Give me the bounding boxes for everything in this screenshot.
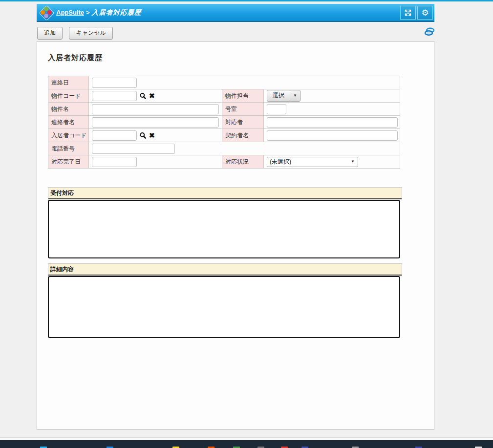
phone-input[interactable]	[92, 144, 175, 154]
cancel-button[interactable]: キャンセル	[69, 27, 112, 40]
select-button-label: 選択	[267, 90, 290, 101]
add-button[interactable]: 追加	[37, 27, 63, 40]
appsuite-logo-icon[interactable]	[39, 5, 53, 20]
field-label-contractor-name: 契約者名	[222, 129, 264, 142]
field-row: 連絡日	[48, 76, 400, 89]
link-rings-icon[interactable]	[424, 27, 435, 36]
fullscreen-button[interactable]	[400, 6, 416, 20]
status-selected-option: (未選択)	[270, 158, 291, 166]
resident-code-search-icon[interactable]	[139, 132, 147, 139]
field-label-room-no: 号室	[222, 103, 264, 116]
contractor-name-input[interactable]	[267, 130, 398, 141]
form-title: 入居者対応履歴	[48, 53, 423, 63]
contact-date-input[interactable]	[92, 78, 137, 88]
section-header-reception: 受付対応	[48, 187, 402, 199]
field-label-responder: 対応者	[222, 116, 264, 129]
field-label-phone: 電話番号	[48, 142, 89, 155]
property-staff-select-button[interactable]: 選択 ▼	[267, 90, 300, 102]
appsuite-home-link[interactable]: AppSuite	[56, 9, 84, 16]
form-panel: 入居者対応履歴 連絡日 物件コード ✖ 物件担当 選択 ▼	[37, 41, 434, 430]
completion-date-input[interactable]	[92, 157, 137, 167]
page-title: 入居者対応履歴	[92, 9, 142, 16]
breadcrumb-separator: >	[86, 9, 90, 16]
room-no-input[interactable]	[267, 104, 286, 114]
field-row: 物件名 号室	[48, 103, 400, 116]
field-label-contact-person: 連絡者名	[48, 116, 89, 129]
field-label-contact-date: 連絡日	[48, 76, 89, 89]
property-code-input[interactable]	[92, 91, 137, 101]
select-button-dropdown[interactable]: ▼	[290, 90, 300, 101]
section-header-details: 詳細内容	[48, 263, 402, 276]
settings-button[interactable]: ⚙	[417, 6, 433, 20]
field-label-status: 対応状況	[222, 155, 264, 169]
gear-icon: ⚙	[421, 9, 429, 17]
field-label-property-staff: 物件担当	[222, 89, 264, 103]
field-row: 連絡者名 対応者	[48, 116, 400, 129]
windows-taskbar	[0, 440, 493, 448]
resident-code-input[interactable]	[92, 130, 137, 141]
chevron-down-icon: ▼	[351, 160, 355, 164]
browser-top-strip	[0, 0, 493, 1]
app-header: AppSuite>入居者対応履歴 ⚙	[37, 4, 434, 22]
property-name-input[interactable]	[92, 104, 219, 114]
logo-dot-purple	[44, 14, 48, 18]
chevron-down-icon: ▼	[293, 94, 297, 98]
field-row: 物件コード ✖ 物件担当 選択 ▼	[48, 89, 400, 103]
resident-code-clear-icon[interactable]: ✖	[149, 132, 155, 139]
field-label-resident-code: 入居者コード	[48, 129, 89, 142]
field-row: 入居者コード ✖ 契約者名	[48, 129, 400, 142]
responder-input[interactable]	[267, 117, 398, 128]
field-row: 対応完了日 対応状況 (未選択) ▼	[48, 155, 400, 169]
breadcrumb: AppSuite>入居者対応履歴	[56, 8, 141, 17]
status-select[interactable]: (未選択) ▼	[267, 157, 358, 167]
field-label-property-code: 物件コード	[48, 89, 89, 103]
field-label-completion-date: 対応完了日	[48, 155, 89, 169]
contact-person-input[interactable]	[92, 117, 219, 128]
field-label-property-name: 物件名	[48, 103, 89, 116]
property-code-search-icon[interactable]	[139, 92, 147, 100]
fullscreen-icon	[404, 8, 412, 17]
action-toolbar: 追加 キャンセル	[37, 27, 117, 39]
logo-dot-red	[47, 10, 52, 15]
field-row: 電話番号	[48, 142, 400, 155]
reception-response-textarea[interactable]	[48, 200, 400, 258]
field-table: 連絡日 物件コード ✖ 物件担当 選択 ▼ 物件名	[48, 76, 400, 169]
detail-content-textarea[interactable]	[48, 276, 400, 338]
property-code-clear-icon[interactable]: ✖	[149, 92, 155, 99]
